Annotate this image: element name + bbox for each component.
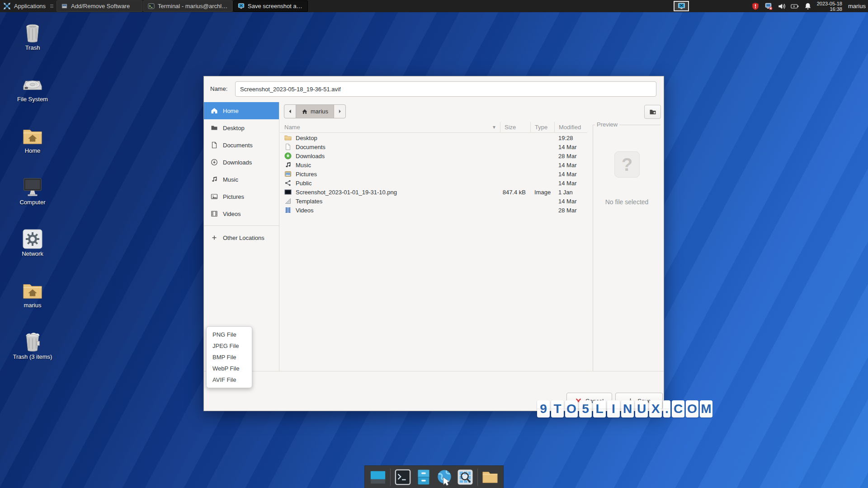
battery-icon[interactable] <box>791 2 799 10</box>
dock-app-finder-icon[interactable] <box>457 469 474 486</box>
taskbar-button-2[interactable]: Terminal - marius@archlin... <box>143 0 232 12</box>
user-menu[interactable]: marius <box>848 3 866 9</box>
filetype-option-png[interactable]: PNG File <box>207 329 252 340</box>
document-icon <box>211 141 218 149</box>
breadcrumb-label: marius <box>311 108 328 115</box>
file-row[interactable]: Pictures14 Mar <box>280 169 587 178</box>
filetype-option-webp[interactable]: WebP File <box>207 363 252 374</box>
tasklist-grip-icon <box>50 5 53 8</box>
file-row[interactable]: Documents14 Mar <box>280 142 587 151</box>
film-icon <box>211 210 218 217</box>
file-size: 847.4 kB <box>500 189 530 196</box>
filename-input[interactable] <box>235 81 656 97</box>
desktop: Applications Add/Remove SoftwareTerminal… <box>0 0 868 488</box>
taskbar-button-3[interactable]: Save screenshot as... <box>233 0 308 12</box>
sidebar-item-music[interactable]: Music <box>204 171 279 188</box>
video-file-icon <box>284 206 292 214</box>
desktop-icon-file-system[interactable]: File System <box>10 74 55 103</box>
column-type[interactable]: Type <box>530 122 554 132</box>
sidebar-item-label: Desktop <box>223 125 245 131</box>
desktop-icon-label: Home <box>25 148 41 154</box>
back-button[interactable] <box>284 105 296 118</box>
desktop-icon-label: Network <box>22 251 43 257</box>
tray-screenshot-icon[interactable] <box>674 1 689 11</box>
desktop-icon-trash[interactable]: Trash <box>10 23 55 51</box>
dock-file-folder-icon[interactable] <box>481 469 499 486</box>
taskbar: Add/Remove SoftwareTerminal - marius@arc… <box>56 0 308 12</box>
watermark-letter: X <box>649 400 662 418</box>
file-modified: 14 Mar <box>554 144 587 150</box>
file-row[interactable]: Screenshot_2023-01-01_19-31-10.png847.4 … <box>280 188 587 197</box>
sidebar-item-label: Videos <box>223 211 241 217</box>
desktop-icon-marius[interactable]: marius <box>10 280 55 309</box>
file-row[interactable]: Desktop19:28 <box>280 133 587 142</box>
file-row[interactable]: Templates14 Mar <box>280 197 587 206</box>
file-row[interactable]: Downloads28 Mar <box>280 151 587 160</box>
watermark-letter: U <box>635 400 648 418</box>
music-icon <box>211 176 218 183</box>
computer-icon <box>22 177 43 198</box>
sidebar-item-videos[interactable]: Videos <box>204 205 279 222</box>
sort-indicator-icon: ▼ <box>492 125 496 130</box>
sidebar-item-other-locations[interactable]: Other Locations <box>204 229 279 246</box>
filetype-option-bmp[interactable]: BMP File <box>207 352 252 363</box>
sidebar-item-label: Downloads <box>223 159 252 166</box>
file-modified: 14 Mar <box>554 180 587 187</box>
file-modified: 1 Jan <box>554 189 587 196</box>
column-size[interactable]: Size <box>500 122 530 132</box>
trash-empty-icon <box>22 23 43 43</box>
taskbar-button-1[interactable]: Add/Remove Software <box>57 0 142 12</box>
column-modified[interactable]: Modified <box>554 122 587 132</box>
column-name[interactable]: Name ▼ <box>280 124 500 131</box>
filetype-dropdown: PNG FileJPEG FileBMP FileWebP FileAVIF F… <box>206 326 252 388</box>
file-row[interactable]: Public14 Mar <box>280 178 587 188</box>
clock[interactable]: 2023-05-18 16:38 <box>817 1 842 12</box>
breadcrumb-current-folder[interactable]: marius <box>296 105 334 118</box>
sidebar-item-label: Home <box>223 108 239 114</box>
desktop-icon-trash-3-items-[interactable]: Trash (3 items) <box>10 332 55 360</box>
dock-web-browser-icon[interactable] <box>436 469 453 486</box>
sidebar-item-label: Other Locations <box>223 235 264 241</box>
trash-full-icon <box>22 332 43 352</box>
shield-icon[interactable] <box>751 2 760 10</box>
sidebar-item-desktop[interactable]: Desktop <box>204 119 279 136</box>
sidebar-item-downloads[interactable]: Downloads <box>204 154 279 171</box>
taskbar-button-label: Terminal - marius@archlin... <box>158 3 228 9</box>
dock-show-desktop-icon[interactable] <box>369 469 387 486</box>
desktop-icon-computer[interactable]: Computer <box>10 177 55 206</box>
file-row[interactable]: Music14 Mar <box>280 160 587 169</box>
dock-file-manager-icon[interactable] <box>415 469 432 486</box>
sidebar-item-label: Documents <box>223 142 253 149</box>
taskbar-button-label: Add/Remove Software <box>71 3 130 9</box>
create-folder-button[interactable] <box>644 105 661 119</box>
sidebar-item-pictures[interactable]: Pictures <box>204 188 279 205</box>
desktop-icon-home[interactable]: Home <box>10 126 55 154</box>
watermark-letter: T <box>551 400 564 418</box>
watermark-letter: . <box>663 400 670 418</box>
home-icon <box>302 108 308 115</box>
file-name: Downloads <box>292 153 500 160</box>
applications-menu-icon <box>3 2 11 10</box>
file-row[interactable]: Videos28 Mar <box>280 206 587 215</box>
dock-separator <box>477 469 478 486</box>
file-modified: 14 Mar <box>554 162 587 169</box>
screenshot-icon <box>238 3 245 9</box>
desktop-icon-label: Trash (3 items) <box>13 354 52 360</box>
taskbar-button-label: Save screenshot as... <box>248 3 303 9</box>
network-offline-icon[interactable] <box>764 2 773 10</box>
dialog-separator <box>204 371 664 371</box>
forward-button[interactable] <box>334 105 345 118</box>
desktop-icon-network[interactable]: Network <box>10 229 55 257</box>
notifications-icon[interactable] <box>804 2 812 10</box>
sidebar-item-home[interactable]: Home <box>204 102 279 119</box>
panel-tray: 2023-05-18 16:38 marius <box>751 0 868 12</box>
applications-menu[interactable]: Applications <box>0 0 49 12</box>
file-name: Public <box>292 180 500 187</box>
dock-terminal-dock-icon[interactable] <box>394 469 411 486</box>
sidebar-item-documents[interactable]: Documents <box>204 136 279 154</box>
volume-icon[interactable] <box>778 2 786 10</box>
applications-label: Applications <box>14 3 46 9</box>
filetype-option-jpeg[interactable]: JPEG File <box>207 340 252 352</box>
file-modified: 28 Mar <box>554 207 587 214</box>
filetype-option-avif[interactable]: AVIF File <box>207 374 252 385</box>
